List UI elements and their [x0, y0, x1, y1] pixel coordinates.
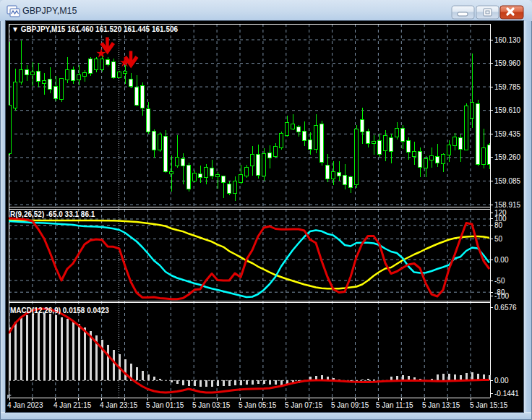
svg-text:-100: -100 [494, 292, 509, 300]
svg-text:159.085: 159.085 [494, 177, 521, 185]
svg-text:MACD(12,26,9) 0.0158 0.0423: MACD(12,26,9) 0.0158 0.0423 [10, 307, 109, 314]
svg-text:0.6576: 0.6576 [494, 304, 517, 312]
svg-text:5 Jan 01:15: 5 Jan 01:15 [146, 401, 184, 409]
svg-text:5 Jan 13:15: 5 Jan 13:15 [422, 401, 460, 409]
svg-text:4 Jan 21:15: 4 Jan 21:15 [53, 401, 92, 409]
svg-text:80: 80 [494, 221, 503, 229]
svg-text:159.960: 159.960 [494, 59, 521, 67]
svg-text:-50: -50 [494, 277, 505, 285]
svg-text:159.435: 159.435 [494, 130, 521, 138]
svg-text:5 Jan 03:15: 5 Jan 03:15 [192, 401, 231, 409]
svg-text:4 Jan 2023: 4 Jan 2023 [7, 401, 43, 409]
svg-text:R(9,26,52) -65.0 33.1 86.1: R(9,26,52) -65.0 33.1 86.1 [10, 210, 95, 218]
svg-text:0.00: 0.00 [494, 377, 509, 385]
svg-text:50: 50 [494, 235, 503, 243]
svg-text:5 Jan 07:15: 5 Jan 07:15 [285, 401, 323, 409]
svg-text:0.00: 0.00 [494, 256, 509, 264]
svg-text:159.260: 159.260 [494, 153, 521, 161]
svg-text:160.130: 160.130 [494, 36, 521, 44]
svg-text:5 Jan 05:15: 5 Jan 05:15 [239, 401, 277, 409]
svg-text:159.610: 159.610 [494, 106, 521, 114]
svg-text:4 Jan 23:15: 4 Jan 23:15 [100, 401, 138, 409]
svg-text:5 Jan 09:15: 5 Jan 09:15 [331, 401, 369, 409]
svg-text:5 Jan 15:15: 5 Jan 15:15 [470, 401, 508, 409]
svg-text:158.915: 158.915 [494, 201, 521, 209]
svg-text:-0.1441: -0.1441 [494, 390, 519, 398]
svg-text:159.785: 159.785 [494, 83, 521, 91]
svg-text:▼ GBPJPY,M15 161.460 161.520: ▼ GBPJPY,M15 161.460 161.520 161.445 161… [12, 25, 179, 33]
svg-text:5 Jan 11:15: 5 Jan 11:15 [376, 401, 413, 409]
